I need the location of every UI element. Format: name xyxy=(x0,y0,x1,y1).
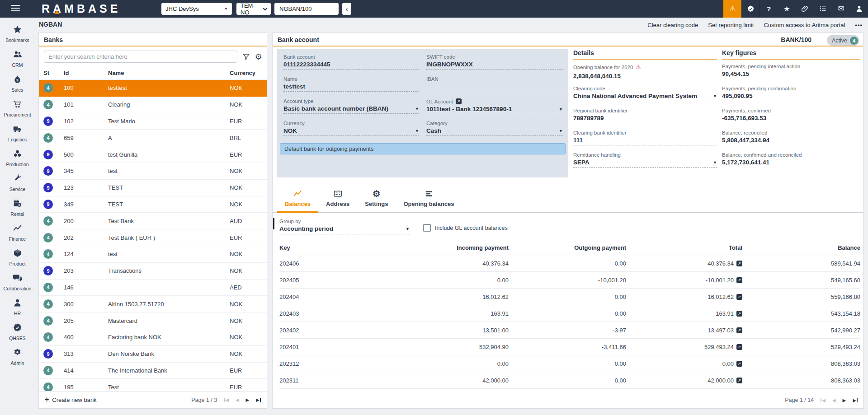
column-incoming-payment[interactable]: Incoming payment xyxy=(347,244,509,251)
balance-row[interactable]: 20240416,012.620.0016,012.62↗559,166.80 xyxy=(279,289,860,305)
sidebar-item-collaboration[interactable]: Collaboration xyxy=(0,270,35,294)
external-link-icon[interactable]: ↗ xyxy=(736,361,742,367)
bank-row[interactable]: 9203TransactionsNOK xyxy=(39,263,267,280)
sidebar-item-crm[interactable]: CRM xyxy=(0,46,35,71)
tab-address[interactable]: Address xyxy=(318,187,357,213)
bank-row[interactable]: 9349TESTNOK xyxy=(39,196,267,213)
seal-check-icon[interactable] xyxy=(741,0,760,18)
include-gl-checkbox[interactable] xyxy=(423,224,431,232)
field-bank-account[interactable]: Bank account 01112223334445 xyxy=(283,54,419,72)
previous-page-button[interactable]: ◀ xyxy=(236,397,239,402)
field-currency[interactable]: Currency NOK ▼ xyxy=(283,121,419,139)
sidebar-item-qhses[interactable]: QHSES xyxy=(0,319,35,344)
column-key[interactable]: Key xyxy=(279,244,347,251)
bank-row[interactable]: 9313Den Norske BankNOK xyxy=(39,346,267,363)
balance-row[interactable]: 202403163.910.00163.91↗543,154.18 xyxy=(279,305,860,322)
group-by-select[interactable]: Group by Accounting period ▼ xyxy=(279,219,410,234)
program-search-input[interactable] xyxy=(278,5,335,13)
next-page-button[interactable]: ▶ xyxy=(843,398,846,403)
bank-row[interactable]: 4124testNOK xyxy=(39,246,267,263)
program-search[interactable] xyxy=(274,3,339,15)
action-custom-access-aritma[interactable]: Custom access to Aritma portal xyxy=(764,22,845,28)
default-bank-banner[interactable]: Default bank for outgoing payments xyxy=(280,143,566,154)
bank-row[interactable]: 4100testtestNOK xyxy=(39,80,267,97)
balance-row[interactable]: 20240640,376.340.0040,376.34↗589,541.94 xyxy=(279,255,860,272)
field-remittance-handling[interactable]: Remittance handling SEPA ▼ xyxy=(573,152,717,170)
bank-row[interactable]: 4300AltInn 1503.77.51720NOK xyxy=(39,296,267,312)
column-total[interactable]: Total xyxy=(626,244,742,251)
bank-row[interactable]: 4146AED xyxy=(39,280,267,296)
rambase-logo[interactable]: RAMBASE xyxy=(42,2,121,15)
last-page-button[interactable]: ▶ xyxy=(256,397,261,402)
bank-row[interactable]: 9123TESTNOK xyxy=(39,180,267,196)
field-swift-code[interactable]: SWIFT code INGBNOPWXXX xyxy=(426,54,563,72)
include-gl-checkbox-row[interactable]: Include GL account balances xyxy=(423,224,508,232)
sidebar-item-production[interactable]: Production xyxy=(0,145,35,170)
external-link-icon[interactable]: ↗ xyxy=(736,344,742,350)
field-regional-bank-identifier[interactable]: Regional bank identifier 789789789 xyxy=(573,108,717,126)
column-currency[interactable]: Currency xyxy=(230,70,267,76)
field-clearing-code[interactable]: Clearing code China National Advanced Pa… xyxy=(573,86,717,104)
field-category[interactable]: Category Cash ▼ xyxy=(426,121,563,139)
last-page-button[interactable]: ▶ xyxy=(853,398,858,403)
bank-row[interactable]: 4414The International BankEUR xyxy=(39,363,267,379)
bank-row[interactable]: 9102Test MarioEUR xyxy=(39,113,267,130)
tab-balances[interactable]: Balances xyxy=(277,187,318,213)
sidebar-item-logistics[interactable]: Logistics xyxy=(0,121,35,145)
column-id[interactable]: Id xyxy=(64,70,108,76)
alert-triangle-icon[interactable]: ⚠ xyxy=(723,0,741,18)
task-list-icon[interactable] xyxy=(814,0,832,18)
balance-row[interactable]: 20240213,501.00-3.9713,497.03↗542,990.27 xyxy=(279,322,860,339)
bank-row[interactable]: 4200Test BankAUD xyxy=(39,213,267,229)
sidebar-item-admin[interactable]: Admin xyxy=(0,344,35,369)
mail-icon[interactable]: ✉ xyxy=(832,0,850,18)
sidebar-item-sales[interactable]: $Sales xyxy=(0,71,35,96)
balance-row[interactable]: 202401532,904.90-3,411.66529,493.24↗529,… xyxy=(279,339,860,355)
menu-hamburger-icon[interactable] xyxy=(11,5,20,13)
search-input[interactable] xyxy=(44,51,237,63)
bank-row[interactable]: 9345testNOK xyxy=(39,163,267,180)
field-gl-account[interactable]: GL Account ↗ 1011test - Bank 1234567890-… xyxy=(426,98,563,117)
action-set-reporting-limit[interactable]: Set reporting limit xyxy=(708,22,754,28)
external-link-icon[interactable]: ↗ xyxy=(736,294,742,300)
previous-page-button[interactable]: ◀ xyxy=(832,398,836,403)
bank-row[interactable]: 4659ABRL xyxy=(39,130,267,146)
paperclip-icon[interactable] xyxy=(796,0,814,18)
field-account-type[interactable]: Account type Basic bank account number (… xyxy=(283,98,419,117)
sidebar-item-hr[interactable]: HR xyxy=(0,294,35,319)
first-page-button[interactable]: ◀ xyxy=(224,397,229,402)
bank-row[interactable]: 4101ClearingNOK xyxy=(39,97,267,113)
create-new-bank-button[interactable]: + Create new bank xyxy=(45,396,97,404)
field-clearing-bank-identifier[interactable]: Clearing bank identifier 111 xyxy=(573,130,717,148)
bank-row[interactable]: 4205MastercardNOK xyxy=(39,312,267,329)
bank-row[interactable]: 4400Factoring bank NOKNOK xyxy=(39,329,267,346)
first-page-button[interactable]: ◀ xyxy=(821,398,826,403)
tab-settings[interactable]: ⚙ Settings xyxy=(357,187,396,213)
column-name[interactable]: Name xyxy=(108,70,230,76)
sidebar-item-product[interactable]: Product xyxy=(0,245,35,270)
star-icon[interactable]: ★ xyxy=(778,0,796,18)
filter-icon[interactable] xyxy=(242,53,250,61)
field-iban[interactable]: IBAN xyxy=(426,76,563,94)
company-select[interactable]: TEM-NO xyxy=(236,3,271,15)
more-actions-button[interactable]: ••• xyxy=(855,22,863,28)
help-icon[interactable]: ? xyxy=(760,0,778,18)
column-outgoing-payment[interactable]: Outgoing payment xyxy=(509,244,626,251)
tab-opening-balances[interactable]: Opening balances xyxy=(396,187,462,213)
external-link-icon[interactable]: ↗ xyxy=(736,277,742,283)
sidebar-item-rental[interactable]: $Rental xyxy=(0,195,35,220)
user-icon[interactable] xyxy=(850,0,868,18)
sidebar-item-procurement[interactable]: Procurement xyxy=(0,96,35,121)
sidebar-item-finance[interactable]: Finance xyxy=(0,220,35,245)
external-link-icon[interactable]: ↗ xyxy=(456,98,462,104)
next-page-button[interactable]: ▶ xyxy=(246,397,250,402)
search-settings-gear-icon[interactable]: ⚙ xyxy=(255,53,262,61)
action-clear-clearing-code[interactable]: Clear clearing code xyxy=(647,22,698,28)
external-link-icon[interactable]: ↗ xyxy=(736,261,742,266)
external-link-icon[interactable]: ↗ xyxy=(736,311,742,317)
bank-row[interactable]: 9500test GunillaEUR xyxy=(39,146,267,163)
environment-select[interactable]: JHC DevSys ▼ xyxy=(161,3,232,15)
balance-row[interactable]: 2023120.000.000.00↗808,363.03 xyxy=(279,355,860,372)
warning-icon[interactable]: ⚠ xyxy=(636,64,641,70)
external-link-icon[interactable]: ↗ xyxy=(736,378,742,383)
